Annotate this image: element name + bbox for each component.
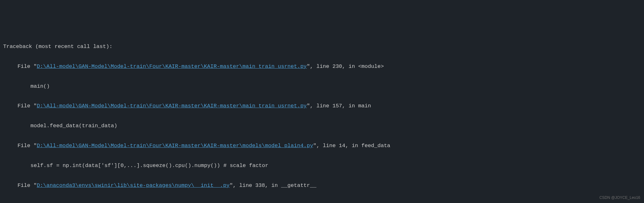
file-suffix: ", line 14, in feed_data <box>313 143 390 149</box>
file-path-link[interactable]: D:\All-model\GAN-Model\Model-train\Four\… <box>37 63 307 69</box>
file-prefix: File " <box>11 143 37 149</box>
file-suffix: ", line 230, in <module> <box>307 63 384 69</box>
traceback-frame-code: raise AttributeError(__former_attrs__[at… <box>0 200 644 203</box>
file-suffix: ", line 338, in __getattr__ <box>230 182 316 188</box>
file-prefix: File " <box>11 63 37 69</box>
file-suffix: ", line 157, in main <box>307 103 371 109</box>
traceback-frame-file: File "D:\anaconda3\envs\swinir\lib\site-… <box>0 181 644 190</box>
traceback-header: Traceback (most recent call last): <box>0 42 644 51</box>
traceback-frame-code: self.sf = np.int(data['sf'][0,...].squee… <box>0 161 644 170</box>
file-path-link[interactable]: D:\All-model\GAN-Model\Model-train\Four\… <box>37 103 307 109</box>
traceback-frame-file: File "D:\All-model\GAN-Model\Model-train… <box>0 101 644 111</box>
traceback-frame-file: File "D:\All-model\GAN-Model\Model-train… <box>0 62 644 71</box>
file-path-link[interactable]: D:\anaconda3\envs\swinir\lib\site-packag… <box>37 182 230 188</box>
file-prefix: File " <box>11 182 37 188</box>
watermark: CSDN @JOYCE_Leo16 <box>599 194 640 201</box>
file-path-link[interactable]: D:\All-model\GAN-Model\Model-train\Four\… <box>37 143 313 149</box>
file-prefix: File " <box>11 103 37 109</box>
traceback-frame-code: model.feed_data(train_data) <box>0 121 644 131</box>
traceback-frame-code: main() <box>0 81 644 91</box>
traceback-frame-file: File "D:\All-model\GAN-Model\Model-train… <box>0 141 644 151</box>
